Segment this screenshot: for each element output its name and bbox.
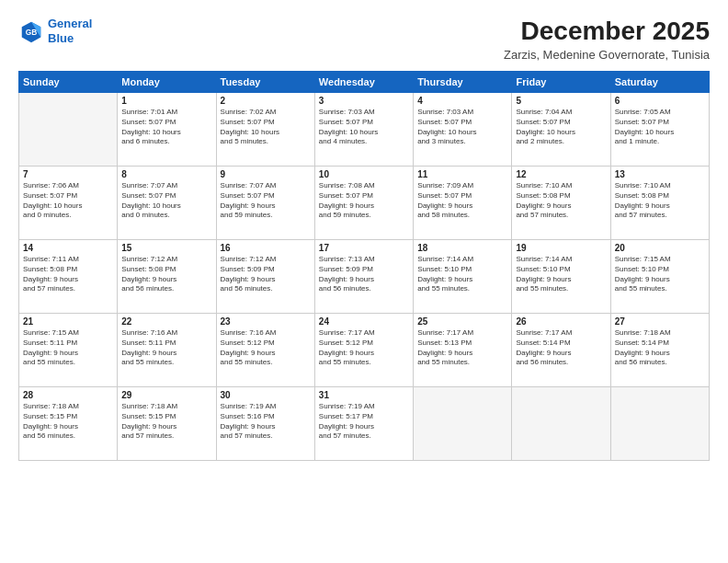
calendar-cell: 26Sunrise: 7:17 AM Sunset: 5:14 PM Dayli… xyxy=(512,314,610,387)
cell-info: Sunrise: 7:15 AM Sunset: 5:11 PM Dayligh… xyxy=(23,328,113,368)
calendar-cell: 25Sunrise: 7:17 AM Sunset: 5:13 PM Dayli… xyxy=(414,314,512,387)
cell-info: Sunrise: 7:11 AM Sunset: 5:08 PM Dayligh… xyxy=(23,255,113,294)
day-number: 15 xyxy=(121,243,211,253)
day-number: 31 xyxy=(319,390,409,400)
cell-info: Sunrise: 7:17 AM Sunset: 5:13 PM Dayligh… xyxy=(417,328,507,368)
col-header-saturday: Saturday xyxy=(610,72,709,93)
day-number: 18 xyxy=(417,243,507,253)
cell-info: Sunrise: 7:18 AM Sunset: 5:15 PM Dayligh… xyxy=(121,402,211,442)
cell-info: Sunrise: 7:17 AM Sunset: 5:14 PM Dayligh… xyxy=(516,328,606,368)
page: GB General Blue December 2025 Zarzis, Me… xyxy=(0,0,728,563)
day-number: 20 xyxy=(615,243,705,253)
cell-info: Sunrise: 7:03 AM Sunset: 5:07 PM Dayligh… xyxy=(319,108,409,147)
calendar-cell: 5Sunrise: 7:04 AM Sunset: 5:07 PM Daylig… xyxy=(512,93,610,167)
cell-info: Sunrise: 7:14 AM Sunset: 5:10 PM Dayligh… xyxy=(417,255,507,294)
cell-info: Sunrise: 7:01 AM Sunset: 5:07 PM Dayligh… xyxy=(121,108,211,147)
calendar-cell xyxy=(512,387,610,461)
cell-info: Sunrise: 7:02 AM Sunset: 5:07 PM Dayligh… xyxy=(221,108,311,147)
calendar-cell: 12Sunrise: 7:10 AM Sunset: 5:08 PM Dayli… xyxy=(512,167,610,240)
calendar-cell: 31Sunrise: 7:19 AM Sunset: 5:17 PM Dayli… xyxy=(314,387,413,461)
cell-info: Sunrise: 7:10 AM Sunset: 5:08 PM Dayligh… xyxy=(615,181,705,221)
calendar-cell: 20Sunrise: 7:15 AM Sunset: 5:10 PM Dayli… xyxy=(610,240,709,314)
title-block: December 2025 Zarzis, Medenine Governora… xyxy=(504,17,710,62)
day-number: 17 xyxy=(319,243,409,253)
day-number: 22 xyxy=(121,316,211,327)
calendar-cell: 7Sunrise: 7:06 AM Sunset: 5:07 PM Daylig… xyxy=(19,167,118,240)
day-number: 7 xyxy=(23,169,113,179)
col-header-thursday: Thursday xyxy=(414,72,512,93)
calendar-table: SundayMondayTuesdayWednesdayThursdayFrid… xyxy=(18,71,710,461)
cell-info: Sunrise: 7:07 AM Sunset: 5:07 PM Dayligh… xyxy=(221,181,311,221)
logo-text: General Blue xyxy=(48,17,92,45)
calendar-cell: 27Sunrise: 7:18 AM Sunset: 5:14 PM Dayli… xyxy=(610,314,709,387)
week-row-2: 7Sunrise: 7:06 AM Sunset: 5:07 PM Daylig… xyxy=(19,167,710,240)
day-number: 4 xyxy=(417,96,507,106)
day-number: 14 xyxy=(23,243,113,253)
calendar-cell: 3Sunrise: 7:03 AM Sunset: 5:07 PM Daylig… xyxy=(314,93,413,167)
day-number: 1 xyxy=(121,96,211,106)
week-row-3: 14Sunrise: 7:11 AM Sunset: 5:08 PM Dayli… xyxy=(19,240,710,314)
cell-info: Sunrise: 7:13 AM Sunset: 5:09 PM Dayligh… xyxy=(319,255,409,294)
calendar-cell: 22Sunrise: 7:16 AM Sunset: 5:11 PM Dayli… xyxy=(118,314,216,387)
calendar-cell: 23Sunrise: 7:16 AM Sunset: 5:12 PM Dayli… xyxy=(216,314,314,387)
cell-info: Sunrise: 7:07 AM Sunset: 5:07 PM Dayligh… xyxy=(121,181,211,221)
day-number: 6 xyxy=(615,96,705,106)
cell-info: Sunrise: 7:08 AM Sunset: 5:07 PM Dayligh… xyxy=(319,181,409,221)
col-header-monday: Monday xyxy=(118,72,216,93)
calendar-cell: 2Sunrise: 7:02 AM Sunset: 5:07 PM Daylig… xyxy=(216,93,314,167)
calendar-cell: 30Sunrise: 7:19 AM Sunset: 5:16 PM Dayli… xyxy=(216,387,314,461)
calendar-cell: 21Sunrise: 7:15 AM Sunset: 5:11 PM Dayli… xyxy=(19,314,118,387)
day-number: 23 xyxy=(221,316,311,327)
cell-info: Sunrise: 7:17 AM Sunset: 5:12 PM Dayligh… xyxy=(319,328,409,368)
calendar-cell: 15Sunrise: 7:12 AM Sunset: 5:08 PM Dayli… xyxy=(118,240,216,314)
col-header-wednesday: Wednesday xyxy=(314,72,413,93)
calendar-cell: 13Sunrise: 7:10 AM Sunset: 5:08 PM Dayli… xyxy=(610,167,709,240)
day-number: 29 xyxy=(121,390,211,400)
day-number: 30 xyxy=(221,390,311,400)
calendar-cell: 16Sunrise: 7:12 AM Sunset: 5:09 PM Dayli… xyxy=(216,240,314,314)
calendar-cell: 9Sunrise: 7:07 AM Sunset: 5:07 PM Daylig… xyxy=(216,167,314,240)
calendar-cell: 29Sunrise: 7:18 AM Sunset: 5:15 PM Dayli… xyxy=(118,387,216,461)
day-number: 16 xyxy=(221,243,311,253)
cell-info: Sunrise: 7:10 AM Sunset: 5:08 PM Dayligh… xyxy=(516,181,606,221)
day-number: 28 xyxy=(23,390,113,400)
day-number: 19 xyxy=(516,243,606,253)
day-number: 5 xyxy=(516,96,606,106)
calendar-cell: 24Sunrise: 7:17 AM Sunset: 5:12 PM Dayli… xyxy=(314,314,413,387)
week-row-5: 28Sunrise: 7:18 AM Sunset: 5:15 PM Dayli… xyxy=(19,387,710,461)
day-number: 12 xyxy=(516,169,606,179)
svg-text:GB: GB xyxy=(26,27,38,36)
day-number: 21 xyxy=(23,316,113,327)
logo-line1: General xyxy=(48,17,92,30)
day-number: 26 xyxy=(516,316,606,327)
header: GB General Blue December 2025 Zarzis, Me… xyxy=(18,17,710,62)
day-number: 8 xyxy=(121,169,211,179)
logo: GB General Blue xyxy=(18,17,92,45)
calendar-cell xyxy=(19,93,118,167)
cell-info: Sunrise: 7:16 AM Sunset: 5:11 PM Dayligh… xyxy=(121,328,211,368)
col-header-tuesday: Tuesday xyxy=(216,72,314,93)
day-number: 3 xyxy=(319,96,409,106)
day-number: 2 xyxy=(221,96,311,106)
calendar-cell: 6Sunrise: 7:05 AM Sunset: 5:07 PM Daylig… xyxy=(610,93,709,167)
cell-info: Sunrise: 7:14 AM Sunset: 5:10 PM Dayligh… xyxy=(516,255,606,294)
calendar-cell: 17Sunrise: 7:13 AM Sunset: 5:09 PM Dayli… xyxy=(314,240,413,314)
week-row-4: 21Sunrise: 7:15 AM Sunset: 5:11 PM Dayli… xyxy=(19,314,710,387)
calendar-cell xyxy=(414,387,512,461)
calendar-cell: 1Sunrise: 7:01 AM Sunset: 5:07 PM Daylig… xyxy=(118,93,216,167)
cell-info: Sunrise: 7:09 AM Sunset: 5:07 PM Dayligh… xyxy=(417,181,507,221)
day-number: 9 xyxy=(221,169,311,179)
cell-info: Sunrise: 7:06 AM Sunset: 5:07 PM Dayligh… xyxy=(23,181,113,221)
calendar-cell: 4Sunrise: 7:03 AM Sunset: 5:07 PM Daylig… xyxy=(414,93,512,167)
calendar-cell: 28Sunrise: 7:18 AM Sunset: 5:15 PM Dayli… xyxy=(19,387,118,461)
week-row-1: 1Sunrise: 7:01 AM Sunset: 5:07 PM Daylig… xyxy=(19,93,710,167)
logo-line2: Blue xyxy=(48,31,74,45)
calendar-cell: 11Sunrise: 7:09 AM Sunset: 5:07 PM Dayli… xyxy=(414,167,512,240)
location: Zarzis, Medenine Governorate, Tunisia xyxy=(504,48,710,62)
day-number: 25 xyxy=(417,316,507,327)
month-title: December 2025 xyxy=(504,17,710,46)
col-header-sunday: Sunday xyxy=(19,72,118,93)
cell-info: Sunrise: 7:12 AM Sunset: 5:09 PM Dayligh… xyxy=(221,255,311,294)
cell-info: Sunrise: 7:15 AM Sunset: 5:10 PM Dayligh… xyxy=(615,255,705,294)
calendar-cell: 8Sunrise: 7:07 AM Sunset: 5:07 PM Daylig… xyxy=(118,167,216,240)
